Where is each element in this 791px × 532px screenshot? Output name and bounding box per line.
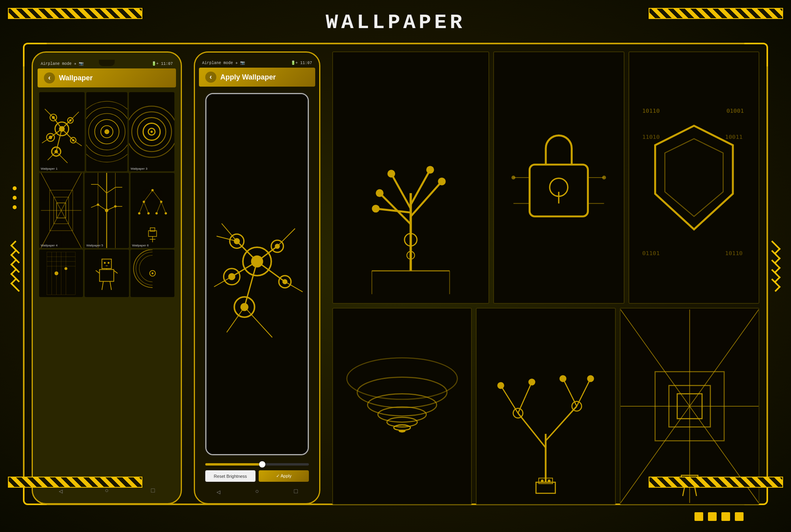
phone-notch-1 <box>99 60 115 66</box>
wallpaper-label-4: Wallpaper 4 <box>41 244 57 247</box>
brightness-slider-thumb[interactable] <box>259 461 265 468</box>
svg-text:10110: 10110 <box>725 250 742 256</box>
svg-point-176 <box>548 479 551 482</box>
svg-line-94 <box>110 281 112 290</box>
svg-point-169 <box>560 375 566 382</box>
phone1-nav-recent[interactable]: □ <box>151 487 155 495</box>
wallpaper-cell-3[interactable]: Wallpaper 3 <box>129 92 174 171</box>
svg-point-28 <box>104 129 109 134</box>
svg-point-170 <box>587 375 594 382</box>
grid-row-2: Wallpaper 4 <box>39 173 174 248</box>
svg-line-91 <box>96 271 100 273</box>
gallery-item-shield-binary[interactable]: 10110 01001 11010 10011 01101 10110 <box>628 51 760 304</box>
phone2-back-button[interactable]: ‹ <box>205 72 216 83</box>
wallpaper-cell-7[interactable] <box>39 250 83 297</box>
svg-point-64 <box>165 212 167 214</box>
top-frame-line <box>47 43 744 44</box>
wallpaper-cell-4[interactable]: Wallpaper 4 <box>39 173 83 248</box>
svg-line-115 <box>217 236 237 241</box>
gallery-panel: 10110 01001 11010 10011 01101 10110 <box>332 51 759 504</box>
svg-point-57 <box>114 205 117 208</box>
svg-rect-89 <box>100 269 114 281</box>
chevron-icon-5 <box>10 278 24 292</box>
gallery-item-circle-vortex[interactable] <box>332 308 472 505</box>
svg-point-128 <box>376 189 384 197</box>
svg-point-83 <box>55 271 59 275</box>
svg-line-49 <box>107 187 115 193</box>
svg-rect-85 <box>102 259 112 269</box>
phone2-nav-back[interactable]: ◁ <box>216 488 220 496</box>
reset-brightness-button[interactable]: Reset Brightness <box>205 470 255 482</box>
phone1-header: ‹ Wallpaper <box>38 68 176 87</box>
svg-line-125 <box>411 170 430 204</box>
wallpaper-label-3: Wallpaper 3 <box>131 167 147 170</box>
wallpaper-cell-9[interactable] <box>131 250 174 297</box>
svg-point-62 <box>147 212 149 214</box>
brightness-section <box>199 458 315 470</box>
wallpaper-cell-5[interactable]: Wallpaper 5 <box>85 173 129 248</box>
side-dot-2 <box>13 196 17 200</box>
gallery-item-robot-hand[interactable] <box>332 51 489 304</box>
grid-row-3 <box>39 250 174 297</box>
wallpaper-cell-2[interactable] <box>86 92 127 171</box>
svg-line-161 <box>518 413 546 447</box>
svg-text:10011: 10011 <box>725 133 742 140</box>
svg-point-63 <box>155 212 158 214</box>
wallpaper-label-6: Wallpaper 6 <box>132 244 149 247</box>
svg-line-123 <box>411 182 442 216</box>
svg-line-124 <box>391 174 411 208</box>
svg-line-65 <box>144 190 152 202</box>
svg-line-36 <box>61 173 81 210</box>
phone2-nav-home[interactable]: ○ <box>255 488 259 496</box>
svg-line-18 <box>70 112 79 121</box>
phone1-title: Wallpaper <box>59 74 93 82</box>
brightness-slider-fill <box>205 463 262 466</box>
svg-point-55 <box>105 209 109 212</box>
svg-line-67 <box>139 202 144 213</box>
left-frame-line <box>23 66 25 481</box>
brightness-slider-track[interactable] <box>205 463 309 466</box>
wallpaper-cell-8[interactable] <box>85 250 129 297</box>
svg-text:11010: 11010 <box>642 133 659 140</box>
svg-line-15 <box>62 129 73 140</box>
phone1-back-button[interactable]: ‹ <box>44 72 55 83</box>
svg-point-130 <box>426 166 434 174</box>
wallpaper-cell-6[interactable]: Wallpaper 6 <box>131 173 174 248</box>
gallery-item-perspective-lines[interactable] <box>620 308 759 505</box>
svg-point-158 <box>394 425 411 430</box>
svg-line-48 <box>98 184 107 193</box>
apply-button[interactable]: ✓ Apply <box>259 470 309 482</box>
svg-line-117 <box>214 276 232 287</box>
svg-line-93 <box>102 281 104 290</box>
svg-point-127 <box>372 205 380 213</box>
svg-line-12 <box>53 117 62 129</box>
svg-line-38 <box>61 210 81 248</box>
svg-point-96 <box>151 273 153 275</box>
svg-point-175 <box>541 479 544 482</box>
svg-line-114 <box>221 223 237 241</box>
svg-line-70 <box>161 202 166 213</box>
phone2-nav-recent[interactable]: □ <box>294 488 298 496</box>
content-area: Airplane mode ✈ 📷 🔋+ 11:07 ‹ Wallpaper <box>32 51 759 504</box>
phone2-status-right: 🔋+ 11:07 <box>291 61 312 65</box>
svg-line-109 <box>237 241 257 261</box>
svg-line-35 <box>41 173 61 210</box>
chevrons-left <box>11 244 23 289</box>
gallery-item-lock-circuit[interactable] <box>493 51 624 304</box>
phone2-header: ‹ Apply Wallpaper <box>199 68 315 87</box>
svg-point-153 <box>347 358 457 399</box>
wallpaper-cell-1[interactable]: Wallpaper 1 <box>39 92 85 171</box>
gallery-row-1: 10110 01001 11010 10011 01101 10110 <box>332 51 759 304</box>
svg-line-69 <box>157 202 161 213</box>
preview-notch <box>251 94 263 100</box>
svg-rect-138 <box>530 165 588 216</box>
gallery-row-2 <box>332 308 759 505</box>
grid-row-1: Wallpaper 1 <box>39 92 174 171</box>
chevron-right-icon-5 <box>767 278 781 292</box>
svg-line-126 <box>376 208 411 212</box>
svg-point-146 <box>602 176 606 180</box>
wallpaper-label-1: Wallpaper 1 <box>41 167 57 170</box>
wallpaper-label-5: Wallpaper 5 <box>86 244 103 247</box>
gallery-item-circuit-tree[interactable] <box>476 308 615 505</box>
page-title: Wallpaper <box>326 11 466 34</box>
